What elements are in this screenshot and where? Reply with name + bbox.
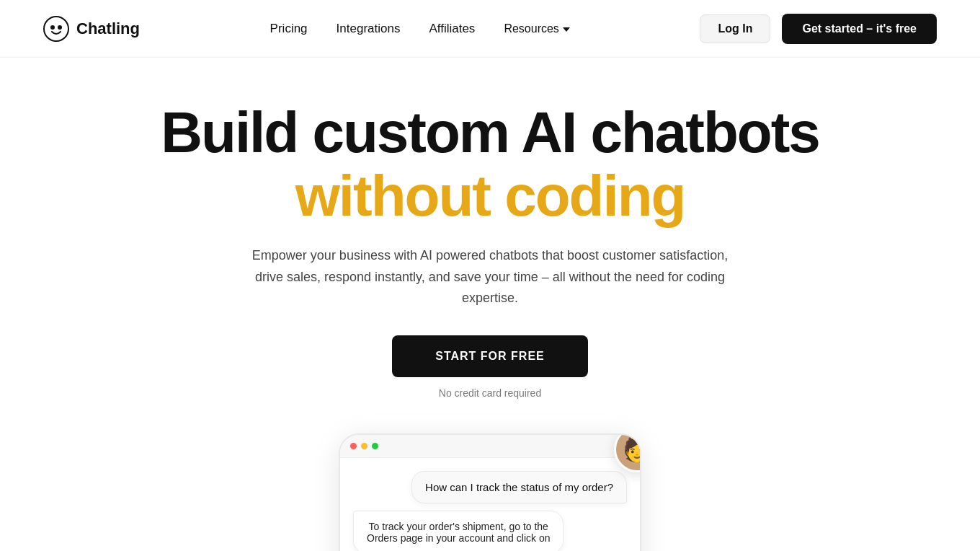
logo-link[interactable]: Chatling [43,16,140,42]
window-dot-red [350,443,357,449]
chat-messages: How can I track the status of my order? … [340,458,640,551]
chevron-down-icon [563,27,570,32]
get-started-button[interactable]: Get started – it's free [782,14,937,44]
chatling-logo-icon [43,16,69,42]
hero-title-line2: without coding [161,164,819,228]
chat-topbar [340,435,640,458]
hero-title: Build custom AI chatbots without coding [161,101,819,228]
chat-illustration: 💬 How can I track the status of my order… [274,433,706,551]
nav-pricing[interactable]: Pricing [270,22,308,35]
login-button[interactable]: Log In [700,14,770,43]
nav-affiliates[interactable]: Affiliates [429,22,475,35]
nav-integrations[interactable]: Integrations [337,22,401,35]
window-dot-green [372,443,378,449]
user-message: How can I track the status of my order? [411,471,627,503]
avatar-emoji: 🧑 [623,438,641,461]
bot-message: To track your order's shipment, go to th… [353,511,564,551]
hero-title-line1: Build custom AI chatbots [161,101,819,164]
start-for-free-button[interactable]: START FOR FREE [392,335,587,377]
hero-section: Build custom AI chatbots without coding … [0,58,980,551]
window-dot-yellow [361,443,368,449]
nav-actions: Log In Get started – it's free [700,14,937,44]
nav-links: Pricing Integrations Affiliates Resource… [270,22,570,36]
logo-text: Chatling [76,19,140,38]
navbar: Chatling Pricing Integrations Affiliates… [0,0,980,58]
svg-point-2 [58,25,62,30]
svg-point-1 [50,25,55,30]
hero-subtitle: Empower your business with AI powered ch… [245,245,735,309]
no-credit-text: No credit card required [439,387,541,399]
chat-window: How can I track the status of my order? … [339,433,641,551]
svg-point-0 [44,17,68,41]
nav-resources[interactable]: Resources [504,22,569,35]
